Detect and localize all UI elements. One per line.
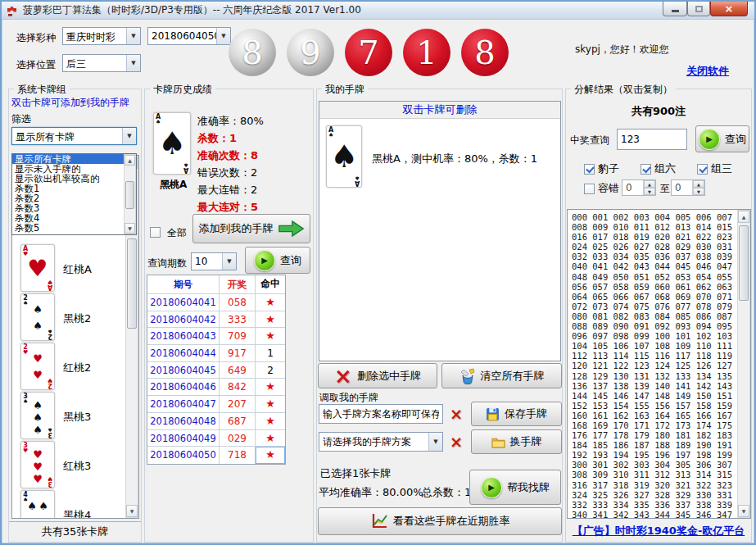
result-numbers[interactable]: 000 001 002 003 004 005 006 007 008 009 … — [568, 210, 750, 519]
issue-cell[interactable]: 20180604050 — [147, 447, 220, 464]
result-query-button[interactable]: ▶ 查询 — [695, 125, 749, 152]
issue-cell[interactable]: 20180604048 — [147, 413, 220, 429]
swap-hand-button[interactable]: 换手牌 — [471, 429, 562, 454]
filter-option[interactable]: 显示欲出机率较高的 — [12, 174, 136, 184]
scroll-up-icon[interactable]: ▲ — [124, 155, 135, 166]
table-row[interactable]: 201806040449171 — [147, 345, 285, 362]
hit-cell[interactable]: ★ — [256, 379, 285, 395]
hit-cell[interactable]: ★ — [256, 447, 285, 464]
draw-cell[interactable]: 333 — [220, 311, 256, 328]
scroll-thumb[interactable] — [125, 181, 134, 209]
numbers-scrollbar[interactable]: ▲ ▼ — [737, 210, 750, 518]
card-黑桃2[interactable]: 2♠♠♠2♠ — [20, 293, 55, 341]
draw-cell[interactable]: 917 — [220, 345, 256, 361]
issue-cell[interactable]: 20180604044 — [147, 345, 220, 361]
draw-cell[interactable]: 687 — [220, 413, 256, 429]
table-row[interactable]: 20180604047207★ — [147, 396, 285, 413]
draw-cell[interactable]: 649 — [220, 362, 256, 379]
table-row[interactable]: 20180604050718★ — [147, 447, 285, 464]
position-combo[interactable]: 后三 ▼ — [62, 54, 141, 72]
issue-cell[interactable]: 20180604045 — [147, 362, 220, 379]
history-table[interactable]: 期号开奖命中20180604041058★20180604042333★2018… — [147, 275, 286, 465]
hit-cell[interactable]: 2 — [256, 362, 285, 379]
issue-cell[interactable]: 20180604046 — [147, 379, 220, 395]
draw-cell[interactable]: 709 — [220, 328, 256, 344]
draw-cell[interactable]: 058 — [220, 294, 256, 311]
lottery-type-combo[interactable]: 重庆时时彩 ▼ — [62, 27, 141, 45]
hand-item[interactable]: A♠♠A♠黑桃A，测中机率：80%，杀数：1 — [319, 119, 560, 194]
card-黑桃4[interactable]: 4♠♠♠♠♠4♠ — [20, 490, 55, 519]
filter-option[interactable]: 杀数4 — [12, 213, 136, 223]
card-list-item[interactable]: 2♠♠♠2♠黑桃2 — [12, 293, 138, 343]
filter-option[interactable]: 杀数3 — [12, 203, 136, 213]
card-红桃A[interactable]: A♥♥A♥ — [20, 244, 55, 292]
card-黑桃A[interactable]: A♠♠A♠ — [153, 112, 191, 175]
delete-selected-button[interactable]: × 删除选中手牌 — [318, 363, 437, 388]
all-checkbox[interactable]: 全部 — [150, 224, 187, 240]
clear-all-button[interactable]: 清空所有手牌 — [441, 363, 562, 388]
card-list-item[interactable]: A♥♥A♥红桃A — [12, 244, 138, 293]
clear-scheme-x-icon[interactable]: × — [450, 434, 463, 450]
tolerance-from-spinner[interactable]: 0 ▲▼ — [622, 179, 656, 196]
filter-dropdown-list[interactable]: ▲ ▼ 显示所有卡牌显示未入手牌的显示欲出机率较高的杀数1杀数2杀数3杀数4杀数… — [11, 153, 137, 235]
table-row[interactable]: 20180604042333★ — [147, 311, 285, 329]
card-黑桃A[interactable]: A♠♠A♠ — [326, 125, 362, 188]
ad-link[interactable]: 【广告】时时彩1940奖金-欧亿平台 — [566, 524, 751, 538]
scroll-down-icon[interactable]: ▼ — [738, 505, 749, 517]
clear-input-x-icon[interactable]: × — [450, 406, 463, 422]
result-numbers-box[interactable]: 000 001 002 003 004 005 006 007 008 009 … — [567, 209, 751, 519]
scheme-select-combo[interactable]: 请选择我的手牌方案 ▼ — [319, 432, 443, 452]
table-row[interactable]: 20180604048687★ — [147, 413, 285, 430]
card-list-item[interactable]: 3♥♥♥♥3♥红桃3 — [12, 441, 138, 490]
dropdown-scrollbar[interactable]: ▲ ▼ — [124, 154, 136, 234]
tolerance-checkbox[interactable]: 容错 — [584, 181, 619, 196]
card-黑桃3[interactable]: 3♠♠♠♠3♠ — [20, 392, 55, 439]
add-to-hand-button[interactable]: 添加到我的手牌 — [192, 214, 310, 243]
filter-option[interactable]: 杀数1 — [12, 184, 136, 193]
issue-cell[interactable]: 20180604043 — [147, 328, 220, 344]
hit-cell[interactable]: ★ — [256, 396, 285, 412]
issue-cell[interactable]: 20180604047 — [147, 396, 220, 412]
filter-option[interactable]: 杀数2 — [12, 193, 136, 203]
scroll-thumb[interactable] — [739, 225, 749, 301]
recent-winrate-button[interactable]: 看看这些手牌在近期胜率 — [318, 507, 562, 535]
periods-combo[interactable]: 10 ▼ — [191, 252, 237, 270]
find-cards-button[interactable]: ▶ 帮我找牌 — [469, 470, 561, 505]
issue-cell[interactable]: 20180604049 — [147, 430, 220, 447]
draw-cell[interactable]: 029 — [220, 430, 256, 447]
filter-option[interactable]: 显示所有卡牌 — [12, 154, 136, 164]
hit-cell[interactable]: ★ — [256, 311, 285, 328]
filter-option[interactable]: 显示未入手牌的 — [12, 164, 136, 174]
hit-cell[interactable]: 1 — [256, 345, 285, 361]
result-checkbox-组三[interactable]: 组三 — [697, 161, 732, 176]
hit-cell[interactable]: ★ — [256, 328, 285, 344]
spin-down-icon[interactable]: ▼ — [693, 188, 704, 195]
draw-cell[interactable]: 207 — [220, 396, 256, 412]
issue-combo[interactable]: 20180604050 ▼ — [147, 27, 231, 45]
scheme-name-input[interactable] — [319, 404, 443, 424]
table-row[interactable]: 20180604043709★ — [147, 328, 285, 345]
issue-cell[interactable]: 20180604042 — [147, 311, 220, 328]
hand-list[interactable]: A♠♠A♠黑桃A，测中机率：80%，杀数：1 — [319, 119, 560, 194]
minimize-button[interactable] — [663, 2, 687, 16]
card-list-item[interactable]: 3♠♠♠♠3♠黑桃3 — [12, 392, 138, 441]
close-button[interactable]: × — [710, 2, 748, 16]
spin-down-icon[interactable]: ▼ — [644, 188, 655, 195]
filter-option[interactable]: 杀数5 — [12, 223, 136, 233]
win-query-input[interactable] — [617, 129, 687, 150]
card-list-item[interactable]: 4♠♠♠♠♠4♠黑桃4 — [12, 490, 138, 519]
hit-cell[interactable]: ★ — [256, 430, 285, 447]
table-row[interactable]: 20180604046842★ — [147, 379, 285, 396]
hit-cell[interactable]: ★ — [256, 294, 285, 311]
issue-cell[interactable]: 20180604041 — [147, 294, 220, 311]
spin-up-icon[interactable]: ▲ — [644, 180, 655, 188]
card-list-item[interactable]: 2♥♥♥2♥红桃2 — [12, 343, 138, 392]
scroll-up-icon[interactable]: ▲ — [738, 211, 749, 223]
draw-cell[interactable]: 718 — [220, 447, 256, 464]
scroll-down-icon[interactable]: ▼ — [124, 223, 135, 234]
table-row[interactable]: 201806040456492 — [147, 362, 285, 379]
result-checkbox-豹子[interactable]: 豹子 — [584, 161, 619, 176]
filter-combo[interactable]: 显示所有卡牌 ▼ — [11, 127, 137, 145]
card-红桃3[interactable]: 3♥♥♥♥3♥ — [20, 441, 55, 488]
card-红桃2[interactable]: 2♥♥♥2♥ — [20, 343, 55, 390]
